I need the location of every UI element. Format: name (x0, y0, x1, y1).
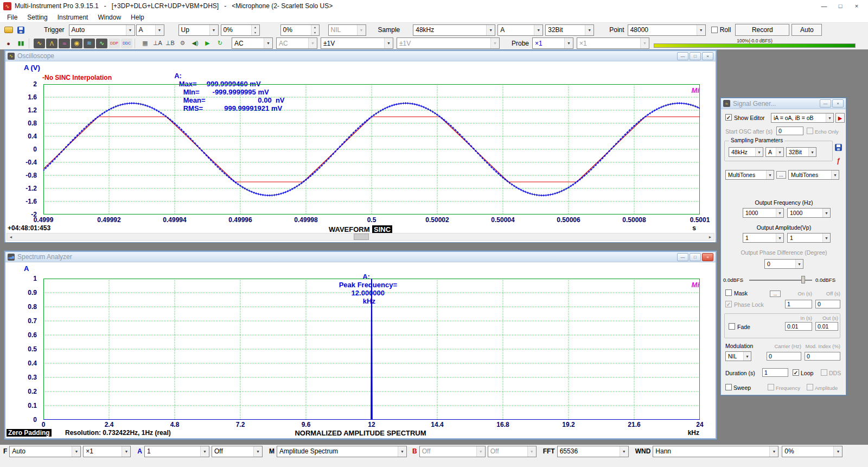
fade-out-input[interactable]: 0.01 (815, 322, 838, 331)
range-a-combo[interactable]: ±1V▼ (321, 37, 393, 49)
wnd-type-combo[interactable]: Hann▼ (653, 446, 778, 457)
menu-window[interactable]: Window (93, 14, 126, 21)
modulation-combo[interactable]: NIL▼ (725, 351, 751, 361)
dropdown-arrow-icon[interactable]: ▼ (831, 171, 839, 179)
fade-in-input[interactable]: 0.01 (785, 322, 812, 331)
sweep-amplitude-checkbox[interactable] (807, 384, 813, 390)
multimeter-icon[interactable]: ◉ (71, 39, 82, 48)
dropdown-arrow-icon[interactable]: ▼ (253, 446, 262, 457)
data-logger-icon[interactable]: ∿ (96, 39, 107, 48)
routing-combo[interactable]: iA = oA, iB = oB▼ (771, 113, 834, 123)
dropdown-arrow-icon[interactable]: ▼ (776, 209, 783, 217)
dropdown-arrow-icon[interactable]: ▼ (308, 38, 317, 48)
dropdown-arrow-icon[interactable]: ▼ (209, 25, 218, 35)
menu-setting[interactable]: Setting (22, 14, 52, 21)
waveform-a-combo[interactable]: MultiTones▼ (725, 170, 774, 180)
waveform-b-combo[interactable]: MultiTones▼ (788, 170, 839, 180)
spectrum-titlebar[interactable]: ▂▄▆ Spectrum Analyzer — □ × (5, 252, 716, 262)
speaker-icon[interactable]: ◀) (189, 39, 201, 48)
spectrum-close-button[interactable]: × (702, 253, 713, 261)
scroll-track[interactable] (15, 234, 706, 240)
mask-checkbox[interactable] (725, 289, 732, 296)
fft-size-combo[interactable]: 65536▼ (557, 446, 629, 457)
close-button[interactable]: × (848, 1, 865, 11)
dds-checkbox[interactable] (821, 369, 827, 376)
dropdown-arrow-icon[interactable]: ▼ (564, 38, 573, 48)
spectrum-analyzer-icon[interactable]: Λ (46, 39, 58, 48)
sinc-badge[interactable]: SINC (372, 225, 392, 234)
frequency-b-combo[interactable]: 1000▼ (787, 208, 831, 218)
menu-file[interactable]: File (2, 14, 22, 21)
oscilloscope-minimize-button[interactable]: — (677, 52, 688, 60)
menu-instrument[interactable]: Instrument (53, 14, 93, 21)
minimize-button[interactable]: — (816, 1, 832, 11)
save-waveform-icon[interactable] (835, 144, 842, 151)
ddc-icon[interactable]: DDC (121, 39, 132, 48)
f-mode-combo[interactable]: Auto▼ (9, 446, 81, 457)
sg-sampling-rate-combo[interactable]: 48kHz▼ (729, 147, 763, 157)
waveform-more-button[interactable]: ... (776, 171, 786, 179)
m-mode-combo[interactable]: Amplitude Spectrum▼ (277, 446, 407, 457)
maximize-button[interactable]: □ (832, 1, 848, 11)
settings-wrench-icon[interactable]: ⚙ (177, 39, 188, 48)
dropdown-arrow-icon[interactable]: ▼ (476, 446, 485, 457)
dropdown-arrow-icon[interactable]: ▼ (640, 38, 649, 48)
dropdown-arrow-icon[interactable]: ▼ (822, 234, 830, 242)
b-gain-combo[interactable]: Off▼ (419, 446, 486, 457)
dropdown-arrow-icon[interactable]: ▼ (620, 446, 628, 457)
echo-only-checkbox[interactable] (807, 128, 813, 134)
dropdown-arrow-icon[interactable]: ▼ (822, 209, 830, 217)
dropdown-arrow-icon[interactable]: ▼ (527, 446, 536, 457)
loop-checkbox[interactable] (793, 369, 799, 376)
sweep-frequency-checkbox[interactable] (768, 384, 774, 390)
dropdown-arrow-icon[interactable]: ▼ (776, 148, 783, 156)
trigger-mode-combo[interactable]: Auto▼ (69, 24, 135, 36)
processing-icon[interactable]: ƒ (837, 157, 840, 165)
dropdown-arrow-icon[interactable]: ▼ (72, 446, 80, 457)
save-icon[interactable] (17, 27, 24, 34)
auto-button[interactable]: Auto (792, 24, 822, 36)
sg-sampling-bits-combo[interactable]: 32Bit▼ (786, 147, 816, 157)
oscilloscope-maximize-button[interactable]: □ (690, 52, 701, 60)
start-osc-input[interactable]: 0 (776, 127, 803, 135)
trigger-edge-combo[interactable]: Up▼ (178, 24, 219, 36)
ground-a-icon[interactable]: ⊥A (152, 39, 163, 48)
coupling-a-combo[interactable]: AC▼ (232, 37, 273, 49)
amplitude-a-combo[interactable]: 1▼ (743, 233, 784, 243)
scroll-right-icon[interactable]: ► (706, 234, 714, 240)
phase-difference-combo[interactable]: 0▼ (764, 259, 803, 269)
oscilloscope-plot[interactable] (43, 84, 700, 214)
overlap-combo[interactable]: 0%▼ (782, 446, 843, 457)
dropdown-arrow-icon[interactable]: ▼ (833, 446, 842, 457)
probe-a-combo[interactable]: ×1▼ (532, 37, 573, 49)
record-button[interactable]: Record (735, 24, 789, 36)
ddp-viewer-icon[interactable]: DDP (108, 39, 120, 48)
signal-generator-icon[interactable]: ≈ (59, 39, 70, 48)
signal-generator-titlebar[interactable]: ≈ Signal Gener... — × (721, 98, 846, 109)
dropdown-arrow-icon[interactable]: ▼ (826, 113, 833, 122)
oscilloscope-close-button[interactable]: × (702, 52, 713, 60)
scroll-left-icon[interactable]: ◄ (7, 234, 15, 240)
dropdown-arrow-icon[interactable]: ▼ (697, 25, 705, 35)
dropdown-arrow-icon[interactable]: ▼ (122, 446, 130, 457)
show-editor-checkbox[interactable] (725, 114, 732, 121)
carrier-input[interactable]: 0 (767, 352, 801, 361)
dropdown-arrow-icon[interactable]: ▼ (126, 25, 135, 35)
trigger-level-spinner[interactable]: 0%▲▼ (221, 24, 260, 36)
dropdown-arrow-icon[interactable]: ▼ (384, 38, 393, 48)
oscilloscope-hscrollbar[interactable]: ◄ ► (7, 233, 714, 241)
ground-b-icon[interactable]: ⊥B (164, 39, 176, 48)
trigger-source-combo[interactable]: A▼ (136, 24, 164, 36)
spectrum-minimize-button[interactable]: — (677, 253, 688, 261)
duration-input[interactable]: 1 (762, 368, 788, 377)
dbfs-slider-handle[interactable] (801, 276, 805, 283)
generator-play-button[interactable]: ▶ (835, 113, 845, 123)
oscilloscope-icon[interactable]: ∿ (34, 39, 45, 48)
refresh-icon[interactable]: ↻ (214, 39, 226, 48)
range-b-combo[interactable]: ±1V▼ (397, 37, 500, 49)
pause-icon[interactable]: ▮▮ (15, 39, 27, 48)
dropdown-arrow-icon[interactable]: ▼ (769, 446, 778, 457)
dropdown-arrow-icon[interactable]: ▼ (155, 25, 164, 35)
record-length-combo[interactable]: 48000▼ (628, 24, 706, 36)
b-processing-combo[interactable]: Off▼ (488, 446, 537, 457)
